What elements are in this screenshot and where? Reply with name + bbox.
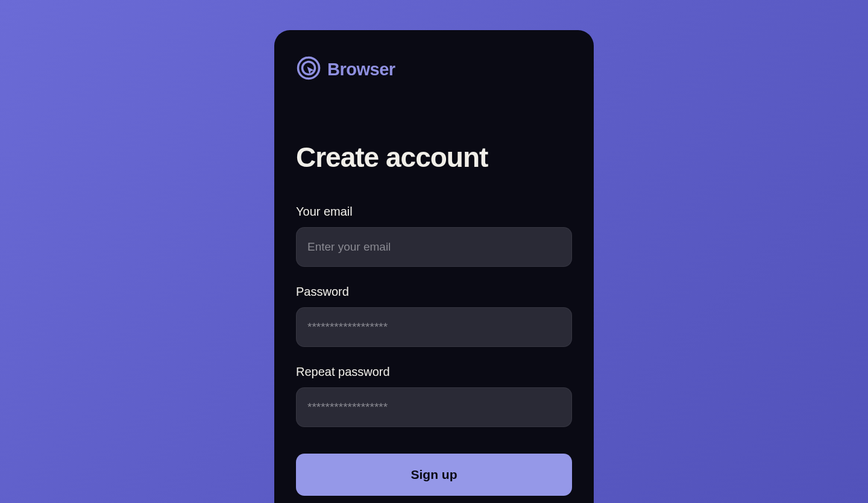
brand-row: Browser — [296, 55, 572, 83]
repeat-password-field-group: Repeat password — [296, 365, 572, 427]
page-title: Create account — [296, 141, 572, 173]
signup-button[interactable]: Sign up — [296, 454, 572, 496]
password-label: Password — [296, 285, 572, 299]
email-label: Your email — [296, 205, 572, 219]
password-field-group: Password — [296, 285, 572, 347]
cursor-target-icon — [296, 55, 321, 83]
brand-name: Browser — [327, 60, 395, 80]
email-field-group: Your email — [296, 205, 572, 267]
email-input[interactable] — [296, 227, 572, 267]
repeat-password-label: Repeat password — [296, 365, 572, 379]
signup-card: Browser Create account Your email Passwo… — [274, 30, 594, 503]
repeat-password-input[interactable] — [296, 387, 572, 427]
password-input[interactable] — [296, 307, 572, 347]
